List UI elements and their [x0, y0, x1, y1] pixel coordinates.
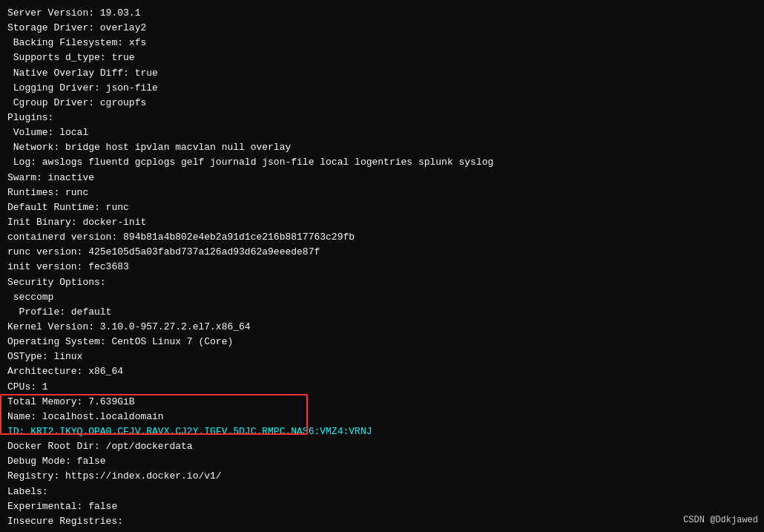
terminal-line-9: Network: bridge host ipvlan macvlan null… [7, 140, 757, 155]
terminal-line-16: runc version: 425e105d5a03fabd737a126ad9… [7, 245, 757, 260]
terminal-line-2: Backing Filesystem: xfs [7, 36, 757, 50]
terminal-line-19: seccomp [7, 290, 757, 305]
terminal-line-7: Plugins: [7, 111, 757, 125]
terminal-line-25: CPUs: 1 [7, 380, 757, 395]
terminal-line-12: Runtimes: runc [7, 185, 757, 200]
terminal-line-15: containerd version: 894b81a4b802e4eb2a91… [7, 230, 757, 245]
terminal-line-22: Operating System: CentOS Linux 7 (Core) [7, 335, 757, 349]
watermark: CSDN @Ddkjawed [683, 513, 758, 528]
terminal-line-11: Swarm: inactive [7, 171, 757, 185]
terminal-line-30: Debug Mode: false [7, 454, 757, 469]
terminal-line-13: Default Runtime: runc [7, 200, 757, 215]
terminal-line-27: Name: localhost.localdomain [7, 410, 757, 424]
terminal-line-10: Log: awslogs fluentd gcplogs gelf journa… [7, 155, 757, 170]
terminal-line-23: OSType: linux [7, 349, 757, 364]
terminal-line-24: Architecture: x86_64 [7, 364, 757, 379]
terminal-window: Server Version: 19.03.1Storage Driver: o… [0, 0, 764, 532]
terminal-line-1: Storage Driver: overlay2 [7, 21, 757, 36]
terminal-line-29: Docker Root Dir: /opt/dockerdata [7, 439, 757, 454]
terminal-line-4: Native Overlay Diff: true [7, 66, 757, 81]
terminal-line-28: ID: KRT2.IKYQ.OPA0.CFJV.RAVX.CJ2Y.IGFV.5… [7, 424, 757, 439]
terminal-line-18: Security Options: [7, 275, 757, 290]
terminal-line-5: Logging Driver: json-file [7, 81, 757, 96]
terminal-line-31: Registry: https://index.docker.io/v1/ [7, 469, 757, 484]
terminal-line-33: Experimental: false [7, 499, 757, 514]
terminal-line-14: Init Binary: docker-init [7, 215, 757, 230]
terminal-line-3: Supports d_type: true [7, 50, 757, 65]
terminal-line-34: Insecure Registries: [7, 514, 757, 529]
terminal-line-20: Profile: default [7, 305, 757, 320]
terminal-line-21: Kernel Version: 3.10.0-957.27.2.el7.x86_… [7, 320, 757, 335]
terminal-line-32: Labels: [7, 485, 757, 499]
terminal-line-35: 127.0.0.0/8 [7, 529, 757, 532]
terminal-line-0: Server Version: 19.03.1 [7, 6, 757, 21]
terminal-line-17: init version: fec3683 [7, 260, 757, 275]
terminal-line-26: Total Memory: 7.639GiB [7, 395, 757, 410]
terminal-line-6: Cgroup Driver: cgroupfs [7, 96, 757, 111]
terminal-line-8: Volume: local [7, 125, 757, 140]
